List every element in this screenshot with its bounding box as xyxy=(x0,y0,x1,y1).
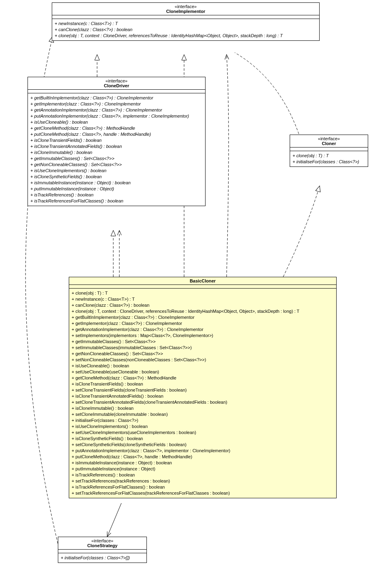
class-cloner: «interface» Cloner + clone(obj : T) : T+… xyxy=(290,135,368,167)
operation-row: + setUseCloneImplementors(useCloneImplem… xyxy=(72,430,334,436)
attrs-compartment xyxy=(58,550,146,553)
operation-row: + getImmutableClasses() : Set<Class<?>> xyxy=(72,339,334,345)
operation-row: + setCloneImmutable(cloneImmutable : boo… xyxy=(72,411,334,417)
operation-row: + clone(obj : T) : T xyxy=(293,153,365,159)
ops-compartment: + newInstance(c : Class<T>) : T+ canClon… xyxy=(52,19,319,40)
attrs-compartment xyxy=(28,90,205,93)
operation-row: + isImmutableInstance(instance : Object)… xyxy=(72,460,334,466)
operation-row: + initialiseFor(classes : Class<?>[]) xyxy=(61,555,144,561)
operation-row: + isCloneImmutable() : boolean xyxy=(30,150,203,156)
operation-row: + isCloneImmutable() : boolean xyxy=(72,405,334,411)
operation-row: + putCloneMethod(clazz : Class<?>, handl… xyxy=(72,454,334,460)
ops-compartment: + clone(obj : T) : T+ initialiseFor(clas… xyxy=(290,151,368,166)
operation-row: + isUseCloneable() : boolean xyxy=(72,363,334,369)
attrs-compartment xyxy=(290,148,368,151)
operation-row: + clone(obj : T) : T xyxy=(72,290,334,296)
operation-row: + isCloneTransientAnnotatedFields() : bo… xyxy=(72,393,334,399)
class-header: «interface» CloneStrategy xyxy=(58,537,146,550)
operation-row: + isCloneTransientFields() : boolean xyxy=(72,381,334,387)
operation-row: + setCloneSyntheticFields(cloneSynthetic… xyxy=(72,442,334,448)
operation-row: + getAnnotationImplementor(clazz : Class… xyxy=(30,107,203,113)
operation-row: + putAnnotationImplementor(clazz : Class… xyxy=(72,448,334,454)
class-header: «interface» CloneImplementor xyxy=(52,3,319,15)
operation-row: + setUseCloneable(useCloneable : boolean… xyxy=(72,369,334,375)
attrs-compartment xyxy=(69,285,336,289)
class-basic-cloner: BasicCloner + clone(obj : T) : T+ newIns… xyxy=(69,277,337,498)
operation-row: + putCloneMethod(clazz : Class<?>, handl… xyxy=(30,131,203,137)
operation-row: + getImplementor(clazz : Class<?>) : Clo… xyxy=(72,320,334,327)
operation-row: + isCloneSyntheticFields() : boolean xyxy=(30,174,203,180)
operation-row: + setCloneTransientAnnotatedFields(clone… xyxy=(72,399,334,405)
operation-row: + getAnnotationImplementor(clazz : Class… xyxy=(72,327,334,333)
operation-row: + isCloneSyntheticFields() : boolean xyxy=(72,436,334,442)
ops-compartment: + initialiseFor(classes : Class<?>[]) xyxy=(58,553,146,563)
operation-row: + getCloneMethod(clazz : Class<?>) : Met… xyxy=(72,375,334,381)
operation-row: + getNonCloneableClasses() : Set<Class<?… xyxy=(72,351,334,357)
operation-row: + isCloneTransientAnnotatedFields() : bo… xyxy=(30,143,203,150)
operation-row: + setImplementors(implementors : Map<Cla… xyxy=(72,333,334,339)
class-name: CloneStrategy xyxy=(61,543,144,548)
operation-row: + isUseCloneImplementors() : boolean xyxy=(30,168,203,174)
operation-row: + isImmutableInstance(instance : Object)… xyxy=(30,180,203,186)
operation-row: + getCloneMethod(clazz : Class<?>) : Met… xyxy=(30,125,203,131)
class-clone-implementor: «interface» CloneImplementor + newInstan… xyxy=(52,2,320,41)
operation-row: + putAnnotationImplementor(clazz : Class… xyxy=(30,113,203,119)
operation-row: + clone(obj : T, context : CloneDriver, … xyxy=(55,33,317,39)
class-name: CloneDriver xyxy=(30,83,203,88)
operation-row: + newInstance(c : Class<T>) : T xyxy=(72,296,334,302)
operation-row: + isUseCloneable() : boolean xyxy=(30,119,203,125)
operation-row: + getBuiltInImplementor(clazz : Class<?>… xyxy=(30,95,203,101)
operation-row: + setTrackReferences(trackReferences : b… xyxy=(72,478,334,484)
class-name: CloneImplementor xyxy=(55,9,317,14)
operation-row: + getImplementor(clazz : Class<?>) : Clo… xyxy=(30,101,203,107)
operation-row: + setImmutableClasses(immutableClasses :… xyxy=(72,345,334,351)
operation-row: + isTrackReferences() : boolean xyxy=(72,472,334,478)
operation-row: + setNonCloneableClasses(nonCloneableCla… xyxy=(72,357,334,363)
operation-row: + isUseCloneImplementors() : boolean xyxy=(72,424,334,430)
operation-row: + setTrackReferencesForFlatClasses(track… xyxy=(72,490,334,496)
class-header: BasicCloner xyxy=(69,277,336,285)
operation-row: + isCloneTransientFields() : boolean xyxy=(30,137,203,143)
ops-compartment: + getBuiltInImplementor(clazz : Class<?>… xyxy=(28,93,205,206)
operation-row: + initialiseFor(classes : Class<?>) xyxy=(72,417,334,424)
operation-row: + initialiseFor(classes : Class<?>) xyxy=(293,159,365,165)
operation-row: + putImmutableInstance(instance : Object… xyxy=(30,186,203,192)
class-header: «interface» Cloner xyxy=(290,135,368,148)
stereotype-label: «interface» xyxy=(293,136,365,141)
class-clone-strategy: «interface» CloneStrategy + initialiseFo… xyxy=(58,537,147,563)
operation-row: + canClone(clazz : Class<?>) : boolean xyxy=(55,27,317,33)
operation-row: + isTrackReferences() : boolean xyxy=(30,192,203,198)
stereotype-label: «interface» xyxy=(61,538,144,543)
class-name: BasicCloner xyxy=(72,278,334,283)
attrs-compartment xyxy=(52,15,319,19)
operation-row: + canClone(clazz : Class<?>) : boolean xyxy=(72,302,334,308)
operation-row: + getBuiltInImplementor(clazz : Class<?>… xyxy=(72,314,334,320)
operation-row: + isTrackReferencesForFlatClasses() : bo… xyxy=(72,484,334,490)
operation-row: + clone(obj : T, context : CloneDriver, … xyxy=(72,308,334,314)
operation-row: + newInstance(c : Class<T>) : T xyxy=(55,21,317,27)
class-name: Cloner xyxy=(293,141,365,146)
operation-row: + isTrackReferencesForFlatClasses() : bo… xyxy=(30,198,203,204)
operation-row: + putImmutableInstance(instance : Object… xyxy=(72,466,334,472)
ops-compartment: + clone(obj : T) : T+ newInstance(c : Cl… xyxy=(69,289,336,498)
operation-row: + getNonCloneableClasses() : Set<Class<?… xyxy=(30,162,203,168)
operation-row: + setCloneTransientFields(cloneTransient… xyxy=(72,387,334,393)
stereotype-label: «interface» xyxy=(30,78,203,83)
class-clone-driver: «interface» CloneDriver + getBuiltInImpl… xyxy=(28,77,206,206)
operation-row: + getImmutableClasses() : Set<Class<?>> xyxy=(30,156,203,162)
class-header: «interface» CloneDriver xyxy=(28,77,205,90)
stereotype-label: «interface» xyxy=(55,4,317,9)
